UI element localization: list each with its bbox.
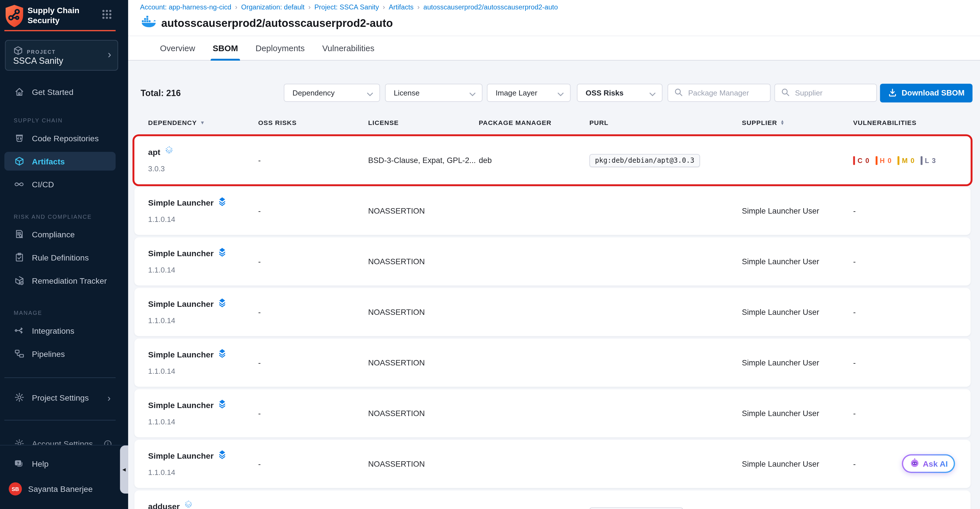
- sidebar-item-label: Rule Definitions: [32, 253, 89, 262]
- sidebar-nav: SUPPLY CHAINCode RepositoriesArtifactsCI…: [4, 116, 116, 382]
- severity-bar: [875, 156, 877, 165]
- dependency-version: 1.1.0.14: [148, 468, 175, 477]
- sidebar-item-ci-cd[interactable]: CI/CD: [4, 175, 116, 194]
- breadcrumb-link[interactable]: Account: app-harness-ng-cicd: [140, 3, 231, 11]
- column-header-vulnerabilities[interactable]: VULNERABILITIES: [853, 119, 916, 126]
- sidebar-item-integrations[interactable]: Integrations: [4, 321, 116, 340]
- sidebar-item-help[interactable]: ? Help: [4, 454, 116, 473]
- module-title-line1: Supply Chain: [27, 6, 79, 16]
- breadcrumb-separator: ›: [383, 3, 385, 11]
- box-tool-icon: [14, 276, 24, 286]
- chevron-down-icon: [649, 87, 655, 99]
- vulnerabilities-value: -: [853, 257, 856, 266]
- table-row-adduser[interactable]: adduser: [134, 490, 970, 509]
- filter-dropdown-image-layer[interactable]: Image Layer: [487, 84, 571, 102]
- layers-solid-icon: [217, 348, 227, 360]
- column-header-package-manager[interactable]: PACKAGE MANAGER: [479, 119, 552, 126]
- license-value: NOASSERTION: [368, 409, 425, 418]
- chevron-right-icon: ›: [108, 48, 111, 62]
- sort-desc-icon: ▼: [200, 119, 205, 125]
- grid-9-icon[interactable]: [102, 10, 112, 22]
- dependency-name: Simple Launcher: [148, 198, 214, 207]
- breadcrumb-link[interactable]: autosscauserprod2/autosscauserprod2-auto: [423, 3, 558, 11]
- license-value: BSD-3-Clause, Expat, GPL-2...: [368, 156, 476, 165]
- severity-H: H 0: [875, 156, 892, 165]
- supplier-value: Simple Launcher User: [742, 308, 819, 317]
- sidebar-item-account-settings[interactable]: Account Settings: [4, 434, 123, 445]
- svg-text:?: ?: [17, 461, 19, 466]
- filter-dropdown-license[interactable]: License: [385, 84, 482, 102]
- pipeline-icon: [14, 348, 24, 359]
- license-value: NOASSERTION: [368, 460, 425, 468]
- table-row-simple-launcher[interactable]: Simple Launcher1.1.0.14-NOASSERTIONSimpl…: [134, 389, 970, 437]
- sidebar-item-label: Integrations: [32, 326, 74, 335]
- column-header-supplier[interactable]: SUPPLIER▲▼: [742, 119, 785, 126]
- tab-bar: OverviewSBOMDeploymentsVulnerabilities: [128, 36, 980, 60]
- sidebar-item-artifacts[interactable]: Artifacts: [4, 152, 116, 171]
- column-header-oss-risks[interactable]: OSS RISKS: [258, 119, 297, 126]
- sidebar-item-get-started[interactable]: Get Started: [4, 82, 116, 101]
- purl-chip[interactable]: pkg:deb/debian/apt@3.0.3: [589, 154, 700, 167]
- home-icon: [14, 87, 24, 97]
- sidebar-item-project-settings[interactable]: Project Settings ›: [4, 388, 116, 407]
- tab-overview[interactable]: Overview: [160, 36, 195, 60]
- sidebar-item-label: CI/CD: [32, 180, 54, 189]
- column-header-purl[interactable]: PURL: [589, 119, 608, 126]
- breadcrumb-link[interactable]: Project: SSCA Sanity: [314, 3, 379, 11]
- column-header-license[interactable]: LICENSE: [368, 119, 399, 126]
- tab-vulnerabilities[interactable]: Vulnerabilities: [322, 36, 374, 60]
- search-input[interactable]: [794, 88, 871, 98]
- sidebar-collapse-handle[interactable]: ◀: [120, 445, 128, 493]
- docker-whale-icon: [140, 16, 156, 32]
- oss-risks-value: -: [258, 156, 261, 165]
- sidebar-item-remediation-tracker[interactable]: Remediation Tracker: [4, 271, 116, 290]
- chevron-down-icon: [367, 87, 373, 99]
- supplier-value: Simple Launcher User: [742, 460, 819, 468]
- severity-C: C 0: [853, 156, 870, 165]
- brand-divider: [4, 30, 116, 31]
- filter-dropdown-dependency[interactable]: Dependency: [284, 84, 380, 102]
- table-row-simple-launcher[interactable]: Simple Launcher1.1.0.14-NOASSERTIONSimpl…: [134, 288, 970, 336]
- divider: [4, 377, 116, 378]
- filter-dropdown-oss-risks[interactable]: OSS Risks: [577, 84, 662, 102]
- supplier-value: Simple Launcher User: [742, 257, 819, 266]
- search-input[interactable]: [687, 88, 765, 98]
- module-title: Supply Chain Security: [27, 6, 79, 26]
- purl-chip[interactable]: [589, 507, 683, 509]
- project-selector[interactable]: PROJECT SSCA Sanity ›: [5, 40, 118, 71]
- table-row-simple-launcher[interactable]: Simple Launcher1.1.0.14-NOASSERTIONSimpl…: [134, 187, 970, 235]
- avatar: SB: [9, 482, 22, 496]
- sidebar-item-code-repositories[interactable]: Code Repositories: [4, 129, 116, 148]
- tab-sbom[interactable]: SBOM: [213, 36, 238, 60]
- main-area: Account: app-harness-ng-cicd›Organizatio…: [128, 0, 980, 509]
- sidebar-item-pipelines[interactable]: Pipelines: [4, 344, 116, 363]
- breadcrumb-separator: ›: [417, 3, 420, 11]
- sidebar-item-rule-definitions[interactable]: Rule Definitions: [4, 248, 116, 267]
- sidebar-item-compliance[interactable]: Compliance: [4, 225, 116, 244]
- table-row-simple-launcher[interactable]: Simple Launcher1.1.0.14-NOASSERTIONSimpl…: [134, 339, 970, 387]
- layers-outline-icon: [164, 146, 173, 157]
- table-row-simple-launcher[interactable]: Simple Launcher1.1.0.14-NOASSERTIONSimpl…: [134, 440, 970, 488]
- sidebar-section-label: SUPPLY CHAIN: [4, 116, 116, 125]
- app-root: Supply Chain Security PROJECT SSCA Sanit…: [0, 0, 980, 509]
- tab-deployments[interactable]: Deployments: [255, 36, 305, 60]
- sidebar-section: SUPPLY CHAINCode RepositoriesArtifactsCI…: [4, 116, 116, 194]
- dropdown-label: Image Layer: [496, 88, 538, 97]
- table-row-apt[interactable]: apt3.0.3-BSD-3-Clause, Expat, GPL-2...de…: [134, 136, 970, 184]
- layers-solid-icon: [217, 197, 227, 208]
- module-title-line2: Security: [27, 16, 79, 26]
- column-header-dependency[interactable]: DEPENDENCY▼: [148, 119, 205, 126]
- chevron-right-icon: ›: [108, 392, 111, 402]
- user-profile[interactable]: SB Sayanta Banerjee: [9, 482, 93, 496]
- vulnerabilities-cell: C 0H 0M 0L 3: [853, 156, 936, 165]
- table-row-simple-launcher[interactable]: Simple Launcher1.1.0.14-NOASSERTIONSimpl…: [134, 237, 970, 285]
- breadcrumb-link[interactable]: Organization: default: [241, 3, 305, 11]
- oss-risks-value: -: [258, 308, 261, 317]
- sidebar-section: RISK AND COMPLIANCEComplianceRule Defini…: [4, 213, 116, 290]
- ask-ai-button[interactable]: Ask AI: [902, 454, 955, 473]
- dependency-name: apt: [148, 147, 161, 157]
- severity-bar: [853, 156, 855, 165]
- breadcrumb-link[interactable]: Artifacts: [389, 3, 414, 11]
- dependency-version: 1.1.0.14: [148, 266, 175, 275]
- download-sbom-button[interactable]: Download SBOM: [880, 84, 972, 103]
